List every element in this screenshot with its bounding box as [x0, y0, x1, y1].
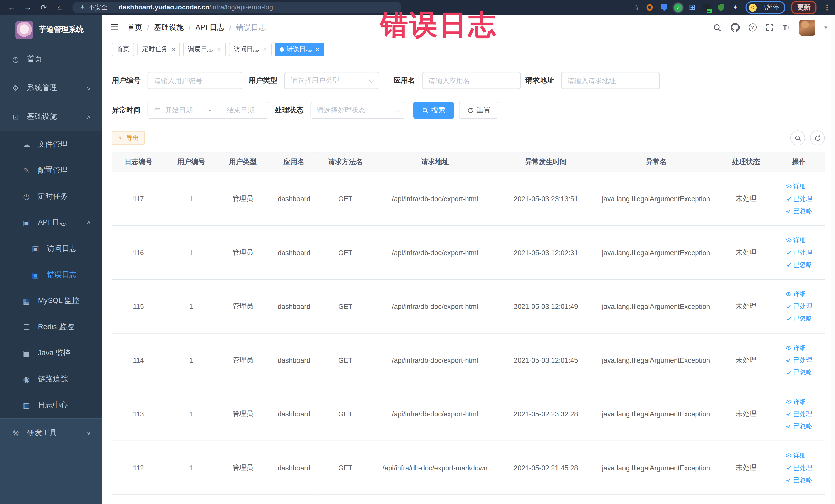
profile-paused-badge[interactable]: ☺ 已暂停	[746, 1, 786, 14]
chevron-up-icon: ∧	[86, 220, 91, 225]
extension-icon-grid[interactable]: ⊞	[688, 3, 696, 12]
sidebar-item[interactable]: ◷首页	[0, 45, 102, 74]
font-size-icon[interactable]: TT	[782, 23, 790, 32]
breadcrumb-item[interactable]: 首页	[127, 23, 142, 32]
detail-link[interactable]: 详细	[785, 343, 812, 352]
sidebar-item[interactable]: ▥日志中心	[0, 392, 102, 418]
access-log-icon: ▣	[31, 244, 40, 253]
page-scrollbar[interactable]	[831, 15, 835, 504]
menu-dots-icon[interactable]: ⋮	[823, 3, 831, 12]
bookmark-star-icon[interactable]: ☆	[633, 3, 640, 12]
reload-icon[interactable]: ⟳	[40, 3, 48, 12]
sidebar-item[interactable]: ⚒研发工具∨	[0, 418, 102, 447]
back-icon[interactable]: ←	[7, 3, 16, 12]
tab-item[interactable]: 首页	[112, 42, 134, 56]
github-icon[interactable]	[731, 23, 739, 32]
sidebar-item[interactable]: ▣API 日志∧	[0, 209, 102, 236]
extension-icon-shield[interactable]	[660, 3, 668, 12]
sidebar-item[interactable]: ⚙系统管理∨	[0, 74, 102, 102]
ignored-link[interactable]: 已忽略	[785, 368, 812, 377]
cell-status: 未处理	[719, 226, 773, 280]
tab-close-icon[interactable]: ×	[316, 45, 320, 53]
date-range-picker[interactable]: 开始日期 - 结束日期	[148, 102, 268, 119]
forward-icon[interactable]: →	[23, 3, 32, 12]
sidebar-item[interactable]: ☁文件管理	[0, 131, 102, 157]
request-url-input[interactable]	[561, 72, 660, 89]
processed-link[interactable]: 已处理	[785, 463, 812, 472]
detail-link[interactable]: 详细	[785, 289, 812, 299]
processed-link[interactable]: 已处理	[785, 248, 812, 257]
app-name-input[interactable]	[422, 72, 521, 89]
sidebar-filler	[0, 447, 102, 504]
extension-icon-leaf[interactable]	[717, 3, 725, 12]
emoji-icon: ☺	[749, 3, 757, 11]
sidebar-toggle-icon[interactable]: ☰	[110, 22, 118, 33]
process-status-select[interactable]: 请选择处理状态	[311, 102, 405, 119]
breadcrumb-item[interactable]: 基础设施	[154, 23, 184, 32]
cell-status: 未处理	[719, 441, 773, 495]
sidebar-menu: ◷首页⚙系统管理∨⊡基础设施∧☁文件管理✎配置管理◴定时任务▣API 日志∧▣访…	[0, 45, 102, 447]
column-header: 请求方法名	[320, 152, 371, 172]
sidebar-item[interactable]: ▤Java 监控	[0, 340, 102, 366]
sidebar-item[interactable]: ◴定时任务	[0, 183, 102, 209]
tab-close-icon[interactable]: ×	[217, 45, 221, 53]
tab-close-icon[interactable]: ×	[171, 45, 175, 53]
sidebar-item[interactable]: ▣错误日志	[0, 262, 102, 288]
tab-item[interactable]: 错误日志×	[275, 42, 324, 56]
toggle-search-icon-button[interactable]	[790, 130, 805, 145]
avatar[interactable]	[799, 20, 815, 36]
sidebar-item[interactable]: ▦MySQL 监控	[0, 287, 102, 314]
detail-link[interactable]: 详细	[785, 397, 812, 406]
home-icon[interactable]: ⌂	[56, 3, 64, 12]
tab-item[interactable]: 调度日志×	[183, 42, 226, 56]
tab-item[interactable]: 访问日志×	[229, 42, 271, 56]
sidebar-item[interactable]: ▣访问日志	[0, 236, 102, 262]
reset-button[interactable]: 重置	[459, 102, 498, 119]
address-bar[interactable]: ⚠ 不安全 dashboard.yudao.iocoder.cn/infra/l…	[73, 2, 402, 13]
user-id-input[interactable]	[148, 72, 242, 89]
refresh-icon-button[interactable]	[810, 130, 825, 145]
filter-form-row-1: 用户编号 用户类型 请选择用户类型 应用名	[112, 72, 825, 89]
ignored-link[interactable]: 已忽略	[785, 314, 812, 323]
breadcrumb-item[interactable]: API 日志	[195, 23, 224, 32]
sidebar-item[interactable]: ◉链路追踪	[0, 366, 102, 392]
export-button[interactable]: 导出	[112, 131, 145, 145]
extension-icon-orange[interactable]	[645, 3, 654, 12]
tab-close-icon[interactable]: ×	[263, 45, 267, 53]
sidebar-item-label: 研发工具	[27, 428, 57, 438]
sidebar-logo[interactable]: 芋道管理系统	[0, 15, 102, 45]
detail-link[interactable]: 详细	[785, 451, 812, 460]
processed-link[interactable]: 已处理	[785, 409, 812, 418]
detail-link[interactable]: 详细	[785, 236, 812, 245]
cell-status: 未处理	[719, 172, 773, 226]
processed-link[interactable]: 已处理	[785, 194, 812, 203]
ignored-link[interactable]: 已忽略	[785, 476, 812, 484]
extension-icon-on-badge[interactable]: on	[702, 3, 711, 12]
tab-item[interactable]: 定时任务×	[137, 42, 180, 56]
ignored-link[interactable]: 已忽略	[785, 206, 812, 216]
fullscreen-icon[interactable]	[766, 23, 774, 31]
search-icon[interactable]	[713, 23, 721, 32]
user-type-select[interactable]: 请选择用户类型	[284, 72, 379, 89]
browser-update-button[interactable]: 更新	[791, 1, 816, 14]
cell-request-url: /api/infra/db-doc/export-html	[371, 387, 499, 441]
processed-link[interactable]: 已处理	[785, 356, 812, 365]
sidebar-item[interactable]: ⊡基础设施∧	[0, 102, 102, 131]
sidebar-item[interactable]: ✎配置管理	[0, 157, 102, 183]
caret-down-icon[interactable]: ▾	[824, 24, 827, 30]
table-row: 1131管理员dashboardGET/api/infra/db-doc/exp…	[112, 387, 825, 441]
warning-icon: ⚠	[80, 4, 85, 11]
tab-label: 首页	[117, 45, 129, 54]
search-button[interactable]: 搜索	[413, 102, 454, 119]
ignored-link[interactable]: 已忽略	[785, 422, 812, 430]
sidebar-item[interactable]: ☰Redis 监控	[0, 314, 102, 340]
extension-icon-puzzle[interactable]: ✦	[731, 3, 739, 12]
column-header: 用户类型	[217, 152, 268, 172]
extension-icon-check[interactable]: ✓	[674, 3, 682, 11]
processed-link[interactable]: 已处理	[785, 302, 812, 311]
column-header: 异常发生时间	[499, 152, 593, 172]
help-icon[interactable]: ?	[749, 23, 757, 31]
ignored-link[interactable]: 已忽略	[785, 260, 812, 269]
cell-user-type: 管理员	[217, 387, 268, 441]
detail-link[interactable]: 详细	[785, 182, 812, 191]
